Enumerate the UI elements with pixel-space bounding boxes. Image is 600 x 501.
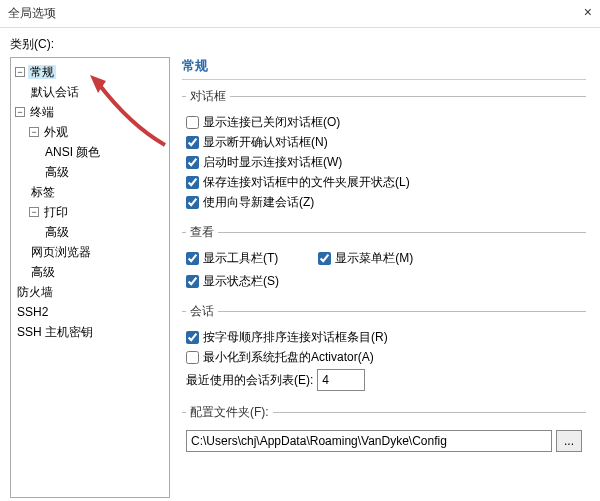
tree-item-advanced[interactable]: 高级 — [43, 162, 167, 182]
section-label: 会话 — [186, 303, 218, 320]
checkbox-label: 显示状态栏(S) — [203, 273, 279, 290]
recent-count-input[interactable] — [317, 369, 365, 391]
tree-label: 高级 — [43, 225, 71, 239]
save-expand-state-checkbox[interactable] — [186, 176, 199, 189]
show-connect-startup-checkbox[interactable] — [186, 156, 199, 169]
minimize-tray-checkbox[interactable] — [186, 351, 199, 364]
tree-item-ssh2[interactable]: SSH2 — [15, 302, 167, 322]
checkbox-label: 显示连接已关闭对话框(O) — [203, 114, 340, 131]
tree-label: 外观 — [42, 125, 70, 139]
config-folder-input[interactable] — [186, 430, 552, 452]
tree-label: 高级 — [43, 165, 71, 179]
tree-label: 标签 — [29, 185, 57, 199]
collapse-icon[interactable]: − — [29, 207, 39, 217]
content-panel: 常规 对话框 显示连接已关闭对话框(O) 显示断开确认对话框(N) 启动时显示连… — [178, 57, 590, 498]
tree-label: SSH2 — [15, 305, 50, 319]
section-label: 配置文件夹(F): — [186, 404, 273, 421]
show-toolbar-checkbox[interactable] — [186, 252, 199, 265]
section-label: 查看 — [186, 224, 218, 241]
category-tree[interactable]: −常规 默认会话 −终端 −外观 ANSI 颜色 高级 标签 −打印 高级 网页… — [10, 57, 170, 498]
tree-item-firewall[interactable]: 防火墙 — [15, 282, 167, 302]
recent-label: 最近使用的会话列表(E): — [186, 372, 313, 389]
tree-label: 终端 — [28, 105, 56, 119]
show-menubar-checkbox[interactable] — [318, 252, 331, 265]
tree-label: 默认会话 — [29, 85, 81, 99]
checkbox-label: 显示工具栏(T) — [203, 250, 278, 267]
session-section: 会话 按字母顺序排序连接对话框条目(R) 最小化到系统托盘的Activator(… — [182, 303, 586, 396]
checkbox-label: 保存连接对话框中的文件夹展开状态(L) — [203, 174, 410, 191]
page-title: 常规 — [182, 57, 586, 80]
tree-item-web-browser[interactable]: 网页浏览器 — [29, 242, 167, 262]
tree-label: SSH 主机密钥 — [15, 325, 95, 339]
show-statusbar-checkbox[interactable] — [186, 275, 199, 288]
view-section: 查看 显示工具栏(T) 显示菜单栏(M) 显示状态栏(S) — [182, 224, 586, 295]
tree-label: 网页浏览器 — [29, 245, 93, 259]
checkbox-label: 启动时显示连接对话框(W) — [203, 154, 342, 171]
show-closed-checkbox[interactable] — [186, 116, 199, 129]
tree-item-tabs[interactable]: 标签 — [29, 182, 167, 202]
window-title: 全局选项 — [8, 5, 56, 22]
dialog-section: 对话框 显示连接已关闭对话框(O) 显示断开确认对话框(N) 启动时显示连接对话… — [182, 88, 586, 216]
tree-item-ssh-hostkey[interactable]: SSH 主机密钥 — [15, 322, 167, 342]
checkbox-label: 使用向导新建会话(Z) — [203, 194, 314, 211]
collapse-icon[interactable]: − — [29, 127, 39, 137]
collapse-icon[interactable]: − — [15, 107, 25, 117]
close-icon[interactable]: × — [584, 4, 592, 20]
tree-label: 常规 — [28, 65, 56, 79]
checkbox-label: 最小化到系统托盘的Activator(A) — [203, 349, 374, 366]
tree-item-advanced[interactable]: 高级 — [43, 222, 167, 242]
tree-item-advanced[interactable]: 高级 — [29, 262, 167, 282]
tree-label: ANSI 颜色 — [43, 145, 102, 159]
tree-label: 高级 — [29, 265, 57, 279]
use-wizard-checkbox[interactable] — [186, 196, 199, 209]
tree-label: 防火墙 — [15, 285, 55, 299]
tree-item-default-session[interactable]: 默认会话 — [29, 82, 167, 102]
checkbox-label: 按字母顺序排序连接对话框条目(R) — [203, 329, 388, 346]
browse-button[interactable]: ... — [556, 430, 582, 452]
tree-label: 打印 — [42, 205, 70, 219]
checkbox-label: 显示断开确认对话框(N) — [203, 134, 328, 151]
tree-item-ansi-color[interactable]: ANSI 颜色 — [43, 142, 167, 162]
sort-alpha-checkbox[interactable] — [186, 331, 199, 344]
tree-item-print[interactable]: −打印 高级 — [29, 202, 167, 242]
collapse-icon[interactable]: − — [15, 67, 25, 77]
section-label: 对话框 — [186, 88, 230, 105]
checkbox-label: 显示菜单栏(M) — [335, 250, 413, 267]
category-label: 类别(C): — [0, 28, 600, 57]
show-disconnect-checkbox[interactable] — [186, 136, 199, 149]
config-section: 配置文件夹(F): ... — [182, 404, 586, 457]
titlebar: 全局选项 × — [0, 0, 600, 28]
tree-item-appearance[interactable]: −外观 ANSI 颜色 高级 — [29, 122, 167, 182]
tree-item-general[interactable]: −常规 默认会话 — [15, 62, 167, 102]
tree-item-terminal[interactable]: −终端 −外观 ANSI 颜色 高级 标签 −打印 高级 网页浏览器 高级 — [15, 102, 167, 282]
